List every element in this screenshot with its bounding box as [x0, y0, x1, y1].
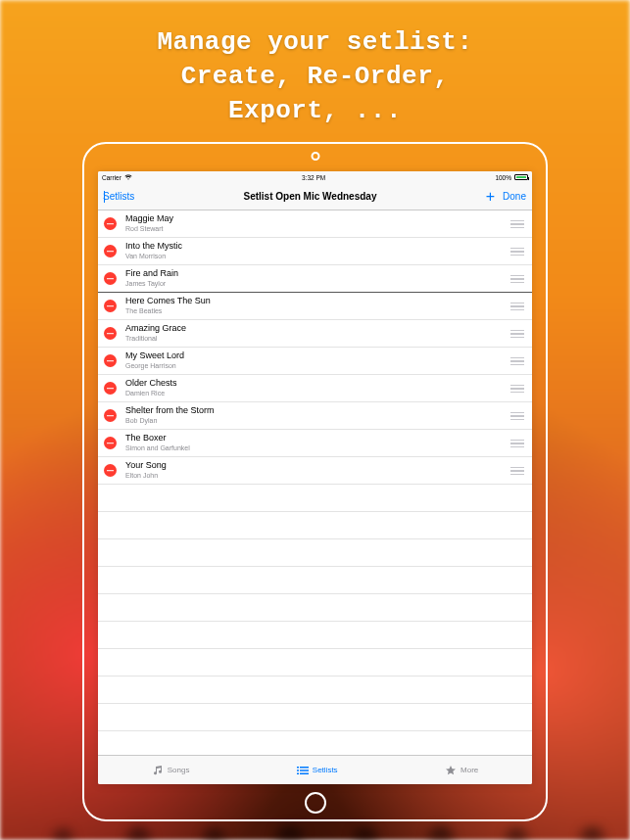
delete-button[interactable] — [104, 409, 117, 422]
song-row-text: Maggie MayRod Stewart — [125, 214, 510, 233]
tab-more-label: More — [460, 766, 478, 774]
song-title: Maggie May — [125, 214, 510, 224]
song-row[interactable]: Older ChestsDamien Rice — [98, 375, 532, 402]
song-row-text: Here Comes The SunThe Beatles — [125, 297, 510, 315]
status-bar: Carrier 3:32 PM 100% — [98, 171, 532, 183]
music-note-icon — [152, 766, 164, 775]
tab-songs-label: Songs — [168, 766, 190, 774]
ipad-frame: Carrier 3:32 PM 100% Setlists Setlist Op… — [82, 142, 548, 821]
song-artist: George Harrison — [125, 362, 510, 370]
song-row[interactable]: Shelter from the StormBob Dylan — [98, 402, 532, 430]
ipad-screen: Carrier 3:32 PM 100% Setlists Setlist Op… — [98, 171, 532, 784]
done-button[interactable]: Done — [503, 191, 526, 202]
tab-setlists-label: Setlists — [313, 766, 338, 774]
wifi-icon — [124, 174, 132, 180]
list-icon — [297, 766, 309, 775]
song-title: The Boxer — [125, 434, 510, 443]
song-title: My Sweet Lord — [125, 351, 510, 361]
song-title: Shelter from the Storm — [125, 406, 510, 416]
song-row[interactable]: Here Comes The SunThe Beatles — [98, 293, 532, 320]
reorder-handle[interactable] — [510, 275, 524, 283]
reorder-handle[interactable] — [510, 303, 524, 310]
song-title: Your Song — [125, 461, 510, 471]
song-title: Into the Mystic — [125, 242, 510, 252]
reorder-handle[interactable] — [510, 412, 524, 420]
tab-songs[interactable]: Songs — [152, 766, 190, 775]
song-row-text: Shelter from the StormBob Dylan — [125, 406, 510, 425]
song-row[interactable]: Into the MysticVan Morrison — [98, 238, 532, 265]
song-row-text: Your SongElton John — [125, 461, 510, 480]
song-artist: Van Morrison — [125, 253, 510, 260]
add-button[interactable]: + — [486, 189, 495, 205]
delete-button[interactable] — [104, 464, 117, 477]
tab-more[interactable]: More — [445, 766, 478, 775]
reorder-handle[interactable] — [510, 357, 524, 365]
song-title: Fire and Rain — [125, 269, 510, 279]
delete-button[interactable] — [104, 327, 117, 340]
reorder-handle[interactable] — [510, 220, 524, 228]
delete-button[interactable] — [104, 245, 117, 257]
reorder-handle[interactable] — [510, 248, 524, 256]
back-label: Setlists — [103, 191, 134, 202]
song-row[interactable]: Maggie MayRod Stewart — [98, 210, 532, 238]
delete-button[interactable] — [104, 217, 117, 230]
status-time: 3:32 PM — [302, 174, 325, 181]
song-row[interactable]: Your SongElton John — [98, 457, 532, 485]
song-artist: Traditional — [125, 335, 510, 343]
song-artist: The Beatles — [125, 307, 510, 315]
song-artist: James Taylor — [125, 280, 510, 288]
battery-icon — [514, 174, 528, 180]
back-button[interactable]: Setlists — [104, 191, 134, 202]
reorder-handle[interactable] — [510, 440, 524, 447]
song-row[interactable]: The BoxerSimon and Garfunkel — [98, 430, 532, 457]
tab-bar: Songs Setlists More — [98, 755, 532, 784]
song-list[interactable]: Maggie MayRod StewartInto the MysticVan … — [98, 210, 532, 755]
song-title: Here Comes The Sun — [125, 297, 510, 306]
promo-headline: Manage your setlist: Create, Re-Order, E… — [0, 25, 630, 128]
song-row[interactable]: My Sweet LordGeorge Harrison — [98, 348, 532, 375]
song-row-text: Fire and RainJames Taylor — [125, 269, 510, 288]
song-row[interactable]: Amazing GraceTraditional — [98, 320, 532, 348]
battery-percent: 100% — [495, 174, 511, 181]
song-artist: Damien Rice — [125, 390, 510, 397]
reorder-handle[interactable] — [510, 385, 524, 393]
nav-bar: Setlists Setlist Open Mic Wednesday + Do… — [98, 183, 532, 210]
delete-button[interactable] — [104, 437, 117, 449]
reorder-handle[interactable] — [510, 467, 524, 475]
carrier-label: Carrier — [102, 174, 121, 181]
delete-button[interactable] — [104, 272, 117, 285]
reorder-handle[interactable] — [510, 330, 524, 338]
song-row[interactable]: Fire and RainJames Taylor — [98, 265, 532, 293]
ipad-camera — [311, 152, 319, 161]
song-title: Older Chests — [125, 379, 510, 389]
song-row-text: The BoxerSimon and Garfunkel — [125, 434, 510, 452]
song-row-text: Amazing GraceTraditional — [125, 324, 510, 343]
ipad-home-button[interactable] — [305, 792, 326, 814]
delete-button[interactable] — [104, 382, 117, 395]
star-icon — [445, 766, 457, 775]
song-artist: Rod Stewart — [125, 225, 510, 233]
song-row-text: My Sweet LordGeorge Harrison — [125, 351, 510, 370]
song-row-text: Into the MysticVan Morrison — [125, 242, 510, 260]
tab-setlists[interactable]: Setlists — [297, 766, 338, 775]
song-artist: Elton John — [125, 472, 510, 480]
delete-button[interactable] — [104, 300, 117, 312]
song-title: Amazing Grace — [125, 324, 510, 334]
song-artist: Bob Dylan — [125, 417, 510, 425]
song-row-text: Older ChestsDamien Rice — [125, 379, 510, 397]
delete-button[interactable] — [104, 354, 117, 367]
song-artist: Simon and Garfunkel — [125, 444, 510, 452]
nav-title: Setlist Open Mic Wednesday — [244, 191, 377, 202]
